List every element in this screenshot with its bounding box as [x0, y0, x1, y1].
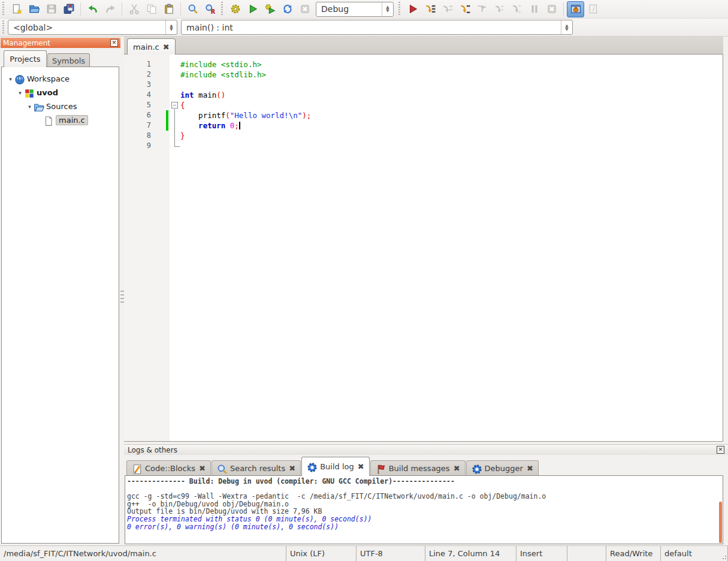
spinner-icon[interactable]: ▲▼ [382, 2, 393, 16]
gear-blue-icon [472, 464, 481, 473]
code-editor[interactable]: 123456789 – #include <stdio.h>#include <… [124, 55, 723, 442]
line-number: 5 [124, 100, 155, 110]
log-tab-build-log[interactable]: Build log✖ [301, 457, 370, 476]
code-line-6[interactable]: printf("Hello world!\n"); [180, 110, 723, 120]
close-icon[interactable]: ✖ [358, 463, 364, 470]
fold-guide-corner [174, 146, 180, 147]
log-tab-code-blocks[interactable]: Code::Blocks✖ [126, 460, 211, 476]
copy-button [143, 1, 160, 17]
code-segment [180, 121, 198, 130]
step-into-instruction-button [508, 1, 525, 17]
toolbar-separator [180, 2, 181, 16]
toolbar-separator [80, 2, 81, 16]
new-file-icon [11, 4, 22, 14]
debug-continue-button[interactable] [404, 1, 421, 17]
flag-icon [376, 464, 385, 473]
find-replace-button[interactable]: R [201, 1, 219, 17]
save-file-icon [46, 4, 57, 14]
close-icon[interactable]: ✕ [717, 446, 724, 454]
tree-item-uvod[interactable]: ▾uvod [2, 86, 119, 99]
line-number: 1 [124, 59, 155, 70]
toolbar-grip[interactable] [1, 2, 5, 16]
save-all-button[interactable] [60, 1, 77, 17]
code-segment: main [194, 91, 217, 99]
build-target-select[interactable]: Debug ▲▼ [316, 2, 394, 17]
scope-select[interactable]: <global> ▲▼ [8, 20, 177, 35]
code-segment: ); [302, 111, 311, 120]
resize-grip-icon[interactable] [721, 554, 727, 560]
log-scrollbar[interactable] [719, 502, 722, 543]
logs-title: Logs & others [128, 446, 177, 454]
code-line-3[interactable] [180, 80, 723, 90]
expand-arrow-icon[interactable]: ▾ [26, 104, 34, 110]
project-tree[interactable]: ▾Workspace▾uvod▾Sourcesmain.c [1, 67, 119, 544]
function-select[interactable]: main() : int ▲▼ [181, 20, 573, 35]
find-button[interactable] [184, 1, 201, 17]
code-line-9[interactable] [180, 141, 723, 151]
log-tab-search-results[interactable]: Search results✖ [212, 460, 301, 476]
build-and-run-icon [265, 4, 276, 14]
build-icon [230, 4, 241, 14]
step-into-button[interactable] [456, 1, 473, 17]
new-file-button[interactable] [8, 1, 25, 17]
close-icon[interactable]: ✖ [289, 465, 295, 472]
spinner-icon[interactable]: ▲▼ [165, 20, 177, 34]
break-debugger-button [525, 1, 543, 17]
paste-button[interactable] [160, 1, 177, 17]
status-bar: /media/sf_FIT/C/ITNetwork/uvod/main.cUni… [0, 545, 728, 561]
text-caret [239, 122, 240, 129]
toolbar-grip[interactable] [220, 2, 224, 16]
symbol-toolbar: <global> ▲▼ main() : int ▲▼ [0, 19, 728, 37]
tree-item-main-c[interactable]: main.c [2, 113, 119, 127]
tree-item-sources[interactable]: ▾Sources [2, 99, 119, 113]
debugging-windows-button[interactable] [567, 1, 584, 17]
open-file-button[interactable] [25, 1, 43, 17]
log-tab-debugger[interactable]: Debugger✖ [466, 460, 539, 476]
next-line-button [439, 1, 456, 17]
code-line-8[interactable]: } [180, 131, 723, 141]
close-icon[interactable]: ✕ [110, 39, 118, 47]
spinner-icon[interactable]: ▲▼ [561, 20, 572, 34]
code-line-4[interactable]: int main() [180, 90, 723, 100]
toolbar-grip[interactable] [1, 20, 5, 35]
build-log-line: Process terminated with status 0 (0 minu… [127, 515, 723, 523]
code-line-7[interactable]: return 0; [180, 120, 723, 131]
various-info-icon: i [588, 4, 599, 14]
close-icon[interactable]: ✖ [527, 465, 533, 472]
code-text[interactable]: #include <stdio.h>#include <stdlib.h> in… [180, 59, 723, 151]
tab-symbols[interactable]: Symbols [47, 53, 90, 67]
tree-item-workspace[interactable]: ▾Workspace [2, 72, 119, 86]
paste-icon [164, 4, 174, 14]
expand-arrow-icon[interactable]: ▾ [16, 90, 24, 96]
log-tab-build-messages[interactable]: Build messages✖ [370, 460, 466, 476]
svg-text:R: R [210, 8, 215, 14]
undo-button[interactable] [84, 1, 101, 17]
step-into-instruction-icon [512, 4, 522, 14]
run-button[interactable] [244, 1, 261, 17]
build-and-run-button[interactable] [261, 1, 279, 17]
close-icon[interactable]: ✖ [454, 465, 460, 472]
close-icon[interactable]: ✖ [199, 465, 206, 472]
editor-tab-main-c[interactable]: main.c ✖ [127, 38, 176, 55]
close-icon[interactable]: ✖ [163, 43, 170, 51]
build-button[interactable] [226, 1, 244, 17]
change-bar-margin [155, 55, 170, 441]
code-line-1[interactable]: #include <stdio.h> [180, 59, 723, 70]
build-target-value: Debug [316, 4, 382, 14]
tab-projects[interactable]: Projects [4, 50, 47, 67]
build-log-output[interactable]: -------------- Build: Debug in uvod (com… [125, 475, 723, 544]
fold-collapse-icon[interactable]: – [171, 102, 178, 108]
rebuild-button[interactable] [279, 1, 296, 17]
line-number: 3 [124, 80, 155, 90]
expand-arrow-icon[interactable]: ▾ [7, 76, 14, 82]
code-line-5[interactable]: { [180, 100, 723, 110]
change-bar [166, 110, 168, 120]
toolbar-grip[interactable] [397, 2, 401, 16]
tree-item-label: uvod [37, 88, 58, 97]
stop-debugger-button [543, 1, 560, 17]
code-line-2[interactable]: #include <stdlib.h> [180, 70, 723, 80]
run-to-cursor-button[interactable] [421, 1, 439, 17]
logs-caption: Logs & others ✕ [124, 444, 728, 455]
line-number: 4 [124, 90, 155, 100]
step-out-button [473, 1, 491, 17]
